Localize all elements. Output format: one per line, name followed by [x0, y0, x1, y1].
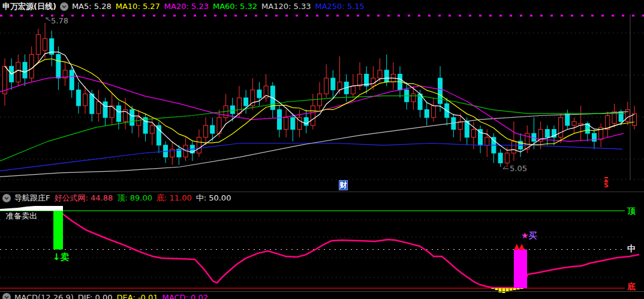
- high-price-label: 5.78: [51, 16, 68, 25]
- buy-signal-label: ★买: [521, 231, 537, 240]
- indicator-item-好公式网: 好公式网: 44.88: [54, 193, 113, 202]
- indicator-item-中: 中: 50.00: [196, 193, 231, 202]
- indicator-item-底: 底: 11.00: [157, 193, 192, 202]
- main-candlestick-chart[interactable]: [0, 0, 644, 192]
- level-bottom-label: 底: [627, 282, 636, 291]
- news-cai-marker[interactable]: 财: [339, 180, 348, 190]
- buy-star-icon: ★: [521, 231, 529, 240]
- indicator-item-顶: 顶: 89.00: [117, 193, 152, 202]
- macd-legend: MACD(12,26,9)DIF: 0.00DEA: -0.01MACD: 0.…: [14, 293, 212, 299]
- macd-panel-divider: [0, 291, 644, 292]
- buy-arrows-icon: ▲▲: [514, 243, 523, 250]
- panel-divider: [0, 192, 644, 192]
- macd-header: MACD(12,26,9)DIF: 0.00DEA: -0.01MACD: 0.…: [0, 293, 644, 299]
- prepare-sell-label: 准备卖出: [6, 212, 37, 220]
- level-mid-label: 中: [627, 244, 636, 253]
- s-marker-dash: [604, 177, 608, 178]
- indicator-header: 导航跟庄F好公式网: 44.88顶: 89.00底: 11.00中: 50.00: [0, 193, 644, 203]
- sell-signal-label: ↓卖: [53, 253, 70, 262]
- low-price-label: 5.05: [510, 164, 527, 173]
- sell-arrow-icon: ↓: [53, 252, 61, 262]
- sell-s-marker: S: [602, 177, 610, 189]
- level-top-label: 顶: [627, 207, 636, 215]
- chevron-down-icon: [4, 294, 10, 299]
- macd-item-MACD(12,26,9): MACD(12,26,9): [14, 293, 74, 299]
- collapse-macd-button[interactable]: [2, 293, 11, 299]
- chevron-down-icon: [4, 195, 10, 201]
- s-marker-letter: S: [602, 182, 610, 189]
- collapse-indicator-button[interactable]: [2, 194, 11, 202]
- macd-item-DIF: DIF: 0.00: [78, 293, 113, 299]
- macd-item-DEA: DEA: -0.01: [117, 293, 158, 299]
- indicator-item-导航跟庄F: 导航跟庄F: [14, 193, 50, 202]
- stock-app-window: 申万宏源(日线) MA5: 5.28MA10: 5.27MA20: 5.23MA…: [0, 0, 644, 299]
- indicator-sub-chart[interactable]: [0, 203, 644, 293]
- indicator-legend: 导航跟庄F好公式网: 44.88顶: 89.00底: 11.00中: 50.00: [14, 193, 235, 204]
- macd-item-MACD: MACD: 0.02: [162, 293, 208, 299]
